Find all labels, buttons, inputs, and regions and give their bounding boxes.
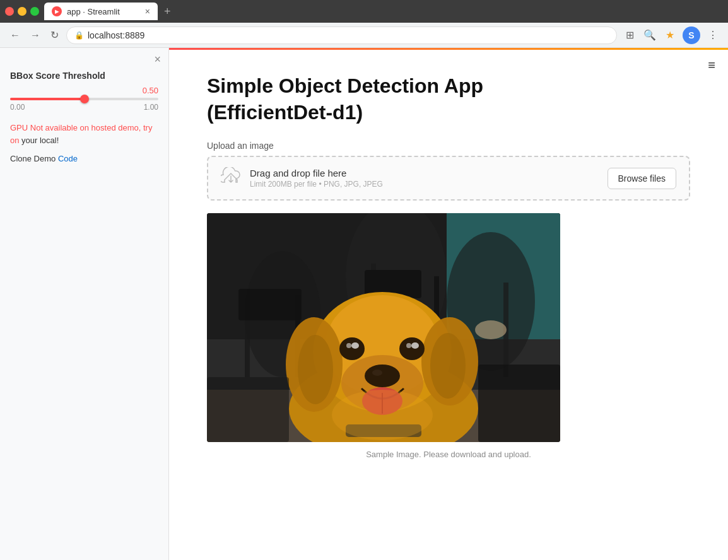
dog-image [207, 213, 560, 442]
address-input[interactable]: 🔒 localhost:8889 [66, 26, 617, 44]
slider-label: BBox Score Threshold [10, 71, 158, 81]
svg-point-22 [365, 365, 400, 387]
url-text: localhost:8889 [88, 30, 144, 40]
close-window-button[interactable] [5, 7, 14, 16]
forward-button[interactable]: → [28, 27, 43, 44]
menu-icon[interactable]: ⋮ [705, 28, 720, 43]
tab-title: app · Streamlit [67, 7, 120, 16]
svg-point-27 [411, 342, 419, 349]
maximize-window-button[interactable] [30, 7, 39, 16]
svg-point-36 [475, 320, 507, 339]
main-layout: × BBox Score Threshold 0.50 0.00 1.00 GP… [0, 48, 728, 560]
slider-min: 0.00 [10, 103, 25, 112]
toolbar-icons: ⊞ 🔍 ★ S ⋮ [622, 26, 720, 44]
page-title: Simple Object Detection App(EfficientDet… [207, 73, 690, 125]
hamburger-menu-button[interactable]: ≡ [708, 58, 715, 73]
tab-favicon: ▶ [52, 6, 62, 16]
clone-demo-text: Clone Demo Code [10, 154, 158, 163]
cloud-upload-icon [221, 167, 241, 189]
dog-image-container [207, 213, 560, 442]
browser-titlebar: ▶ app · Streamlit × + [0, 0, 728, 23]
svg-point-29 [406, 343, 411, 348]
upload-text: Drag and drop file here Limit 200MB per … [250, 168, 383, 189]
slider-range: 0.00 1.00 [10, 103, 158, 112]
sidebar-gpu-note: GPU Not available on hosted demo, try on… [10, 122, 158, 146]
clone-demo-prefix: Clone Demo [10, 154, 58, 163]
svg-rect-34 [478, 365, 560, 442]
browse-files-button[interactable]: Browse files [608, 168, 676, 189]
tab-close-button[interactable]: × [145, 6, 150, 16]
upload-zone[interactable]: Drag and drop file here Limit 200MB per … [207, 156, 690, 201]
drag-drop-text: Drag and drop file here [250, 168, 383, 178]
svg-point-25 [399, 337, 425, 360]
active-tab[interactable]: ▶ app · Streamlit × [44, 3, 158, 20]
sidebar-close-button[interactable]: × [154, 53, 161, 66]
svg-rect-35 [207, 377, 289, 442]
svg-point-24 [339, 337, 365, 360]
svg-point-23 [372, 370, 382, 376]
upload-left: Drag and drop file here Limit 200MB per … [221, 167, 383, 189]
lock-icon: 🔒 [74, 31, 84, 40]
search-icon[interactable]: 🔍 [642, 28, 657, 43]
image-caption: Sample Image. Please download and upload… [207, 450, 690, 459]
dog-image-svg [207, 213, 560, 442]
tab-bar: ▶ app · Streamlit × + [44, 3, 723, 20]
minimize-window-button[interactable] [18, 7, 26, 16]
svg-point-28 [346, 343, 351, 348]
profile-avatar[interactable]: S [683, 26, 700, 44]
svg-point-26 [351, 342, 359, 349]
new-tab-button[interactable]: + [160, 5, 175, 18]
svg-point-20 [430, 333, 466, 399]
svg-point-33 [332, 390, 433, 440]
bookmark-icon[interactable]: ★ [662, 28, 678, 43]
svg-rect-11 [238, 289, 302, 320]
slider-max: 1.00 [144, 103, 158, 112]
translate-icon[interactable]: ⊞ [622, 28, 637, 43]
address-bar: ← → ↻ 🔒 localhost:8889 ⊞ 🔍 ★ S ⋮ [0, 23, 728, 48]
top-accent-border [169, 48, 728, 50]
back-button[interactable]: ← [8, 27, 23, 44]
reload-button[interactable]: ↻ [48, 26, 61, 44]
upload-label: Upload an image [207, 141, 690, 151]
upload-limit-text: Limit 200MB per file • PNG, JPG, JPEG [250, 180, 383, 189]
slider-container [10, 98, 158, 100]
sidebar: × BBox Score Threshold 0.50 0.00 1.00 GP… [0, 48, 169, 560]
clone-demo-link[interactable]: Code [58, 154, 78, 163]
svg-point-19 [298, 335, 333, 404]
content-area: ≡ Simple Object Detection App(EfficientD… [169, 48, 728, 560]
window-controls [5, 7, 39, 16]
